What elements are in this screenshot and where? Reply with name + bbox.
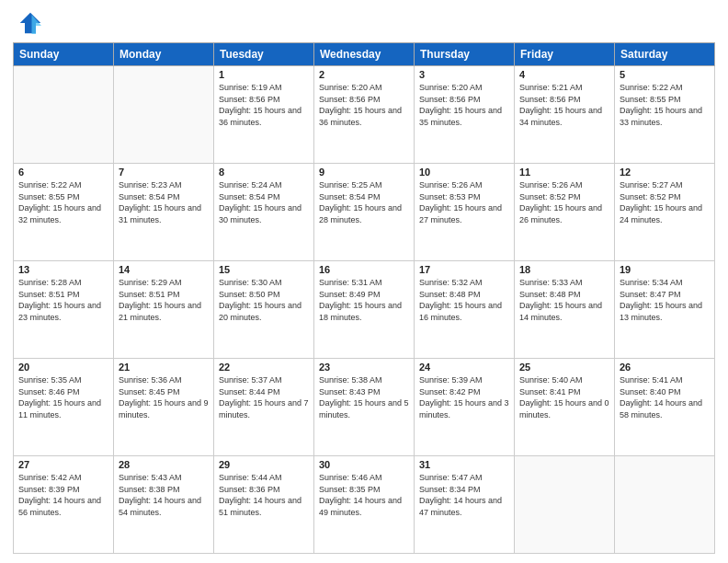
- calendar-cell: 10Sunrise: 5:26 AM Sunset: 8:53 PM Dayli…: [415, 164, 515, 261]
- day-number: 1: [219, 69, 309, 80]
- weekday-header: Sunday: [14, 43, 114, 66]
- calendar-cell: 11Sunrise: 5:26 AM Sunset: 8:52 PM Dayli…: [515, 164, 615, 261]
- day-info: Sunrise: 5:20 AM Sunset: 8:56 PM Dayligh…: [419, 82, 509, 128]
- calendar-cell: 3Sunrise: 5:20 AM Sunset: 8:56 PM Daylig…: [415, 66, 515, 164]
- calendar-cell: 28Sunrise: 5:43 AM Sunset: 8:38 PM Dayli…: [114, 456, 214, 554]
- weekday-header-row: SundayMondayTuesdayWednesdayThursdayFrid…: [14, 43, 715, 66]
- day-info: Sunrise: 5:27 AM Sunset: 8:52 PM Dayligh…: [620, 179, 710, 225]
- calendar-cell: 12Sunrise: 5:27 AM Sunset: 8:52 PM Dayli…: [615, 164, 715, 261]
- weekday-header: Tuesday: [214, 43, 314, 66]
- day-info: Sunrise: 5:20 AM Sunset: 8:56 PM Dayligh…: [319, 82, 409, 128]
- day-info: Sunrise: 5:46 AM Sunset: 8:35 PM Dayligh…: [319, 472, 409, 518]
- weekday-header: Wednesday: [314, 43, 415, 66]
- day-info: Sunrise: 5:19 AM Sunset: 8:56 PM Dayligh…: [219, 82, 309, 128]
- day-info: Sunrise: 5:23 AM Sunset: 8:54 PM Dayligh…: [119, 179, 209, 225]
- calendar-cell: 23Sunrise: 5:38 AM Sunset: 8:43 PM Dayli…: [314, 359, 415, 456]
- calendar-cell: [615, 456, 715, 554]
- day-number: 14: [119, 264, 209, 275]
- day-number: 16: [319, 264, 409, 275]
- logo-icon: [17, 9, 44, 37]
- day-info: Sunrise: 5:37 AM Sunset: 8:44 PM Dayligh…: [219, 374, 309, 420]
- day-number: 22: [219, 362, 309, 373]
- calendar-cell: 24Sunrise: 5:39 AM Sunset: 8:42 PM Dayli…: [415, 359, 515, 456]
- day-number: 23: [319, 362, 409, 373]
- calendar-cell: 7Sunrise: 5:23 AM Sunset: 8:54 PM Daylig…: [114, 164, 214, 261]
- calendar-cell: 15Sunrise: 5:30 AM Sunset: 8:50 PM Dayli…: [214, 261, 314, 359]
- day-number: 20: [18, 362, 108, 373]
- weekday-header: Thursday: [415, 43, 515, 66]
- day-info: Sunrise: 5:22 AM Sunset: 8:55 PM Dayligh…: [620, 82, 710, 128]
- calendar-cell: 20Sunrise: 5:35 AM Sunset: 8:46 PM Dayli…: [14, 359, 114, 456]
- day-info: Sunrise: 5:34 AM Sunset: 8:47 PM Dayligh…: [620, 277, 710, 323]
- day-info: Sunrise: 5:43 AM Sunset: 8:38 PM Dayligh…: [119, 472, 209, 518]
- day-number: 13: [18, 264, 108, 275]
- day-number: 11: [519, 167, 609, 178]
- day-number: 3: [419, 69, 509, 80]
- calendar-cell: 29Sunrise: 5:44 AM Sunset: 8:36 PM Dayli…: [214, 456, 314, 554]
- day-number: 21: [119, 362, 209, 373]
- calendar-cell: 1Sunrise: 5:19 AM Sunset: 8:56 PM Daylig…: [214, 66, 314, 164]
- calendar-cell: 17Sunrise: 5:32 AM Sunset: 8:48 PM Dayli…: [415, 261, 515, 359]
- day-number: 24: [419, 362, 509, 373]
- calendar-cell: 30Sunrise: 5:46 AM Sunset: 8:35 PM Dayli…: [314, 456, 415, 554]
- day-number: 31: [419, 459, 509, 470]
- day-info: Sunrise: 5:33 AM Sunset: 8:48 PM Dayligh…: [519, 277, 609, 323]
- day-info: Sunrise: 5:26 AM Sunset: 8:53 PM Dayligh…: [419, 179, 509, 225]
- day-number: 6: [18, 167, 108, 178]
- calendar: SundayMondayTuesdayWednesdayThursdayFrid…: [13, 42, 715, 554]
- calendar-cell: 19Sunrise: 5:34 AM Sunset: 8:47 PM Dayli…: [615, 261, 715, 359]
- day-info: Sunrise: 5:39 AM Sunset: 8:42 PM Dayligh…: [419, 374, 509, 420]
- weekday-header: Monday: [114, 43, 214, 66]
- day-number: 8: [219, 167, 309, 178]
- day-info: Sunrise: 5:29 AM Sunset: 8:51 PM Dayligh…: [119, 277, 209, 323]
- day-info: Sunrise: 5:30 AM Sunset: 8:50 PM Dayligh…: [219, 277, 309, 323]
- calendar-week-row: 20Sunrise: 5:35 AM Sunset: 8:46 PM Dayli…: [14, 359, 715, 456]
- day-info: Sunrise: 5:42 AM Sunset: 8:39 PM Dayligh…: [18, 472, 108, 518]
- day-number: 18: [519, 264, 609, 275]
- day-number: 5: [620, 69, 710, 80]
- day-info: Sunrise: 5:22 AM Sunset: 8:55 PM Dayligh…: [18, 179, 108, 225]
- calendar-week-row: 1Sunrise: 5:19 AM Sunset: 8:56 PM Daylig…: [14, 66, 715, 164]
- page: SundayMondayTuesdayWednesdayThursdayFrid…: [0, 0, 728, 563]
- day-info: Sunrise: 5:31 AM Sunset: 8:49 PM Dayligh…: [319, 277, 409, 323]
- day-info: Sunrise: 5:25 AM Sunset: 8:54 PM Dayligh…: [319, 179, 409, 225]
- calendar-cell: 27Sunrise: 5:42 AM Sunset: 8:39 PM Dayli…: [14, 456, 114, 554]
- calendar-cell: 25Sunrise: 5:40 AM Sunset: 8:41 PM Dayli…: [515, 359, 615, 456]
- calendar-cell: 6Sunrise: 5:22 AM Sunset: 8:55 PM Daylig…: [14, 164, 114, 261]
- calendar-cell: [515, 456, 615, 554]
- day-number: 26: [620, 362, 710, 373]
- calendar-cell: 4Sunrise: 5:21 AM Sunset: 8:56 PM Daylig…: [515, 66, 615, 164]
- calendar-cell: 13Sunrise: 5:28 AM Sunset: 8:51 PM Dayli…: [14, 261, 114, 359]
- day-number: 4: [519, 69, 609, 80]
- calendar-cell: 21Sunrise: 5:36 AM Sunset: 8:45 PM Dayli…: [114, 359, 214, 456]
- day-info: Sunrise: 5:38 AM Sunset: 8:43 PM Dayligh…: [319, 374, 409, 420]
- calendar-cell: 5Sunrise: 5:22 AM Sunset: 8:55 PM Daylig…: [615, 66, 715, 164]
- calendar-week-row: 27Sunrise: 5:42 AM Sunset: 8:39 PM Dayli…: [14, 456, 715, 554]
- day-number: 25: [519, 362, 609, 373]
- calendar-cell: 16Sunrise: 5:31 AM Sunset: 8:49 PM Dayli…: [314, 261, 415, 359]
- calendar-cell: 26Sunrise: 5:41 AM Sunset: 8:40 PM Dayli…: [615, 359, 715, 456]
- day-number: 12: [620, 167, 710, 178]
- header: [13, 9, 715, 37]
- calendar-cell: 31Sunrise: 5:47 AM Sunset: 8:34 PM Dayli…: [415, 456, 515, 554]
- day-number: 15: [219, 264, 309, 275]
- calendar-cell: 14Sunrise: 5:29 AM Sunset: 8:51 PM Dayli…: [114, 261, 214, 359]
- day-number: 2: [319, 69, 409, 80]
- day-info: Sunrise: 5:41 AM Sunset: 8:40 PM Dayligh…: [620, 374, 710, 420]
- day-number: 28: [119, 459, 209, 470]
- day-number: 30: [319, 459, 409, 470]
- day-number: 19: [620, 264, 710, 275]
- calendar-week-row: 13Sunrise: 5:28 AM Sunset: 8:51 PM Dayli…: [14, 261, 715, 359]
- day-info: Sunrise: 5:32 AM Sunset: 8:48 PM Dayligh…: [419, 277, 509, 323]
- calendar-cell: 8Sunrise: 5:24 AM Sunset: 8:54 PM Daylig…: [214, 164, 314, 261]
- day-number: 27: [18, 459, 108, 470]
- day-number: 9: [319, 167, 409, 178]
- calendar-cell: 2Sunrise: 5:20 AM Sunset: 8:56 PM Daylig…: [314, 66, 415, 164]
- calendar-cell: 18Sunrise: 5:33 AM Sunset: 8:48 PM Dayli…: [515, 261, 615, 359]
- calendar-cell: [14, 66, 114, 164]
- day-number: 7: [119, 167, 209, 178]
- day-info: Sunrise: 5:28 AM Sunset: 8:51 PM Dayligh…: [18, 277, 108, 323]
- calendar-cell: 22Sunrise: 5:37 AM Sunset: 8:44 PM Dayli…: [214, 359, 314, 456]
- day-info: Sunrise: 5:35 AM Sunset: 8:46 PM Dayligh…: [18, 374, 108, 420]
- day-info: Sunrise: 5:40 AM Sunset: 8:41 PM Dayligh…: [519, 374, 609, 420]
